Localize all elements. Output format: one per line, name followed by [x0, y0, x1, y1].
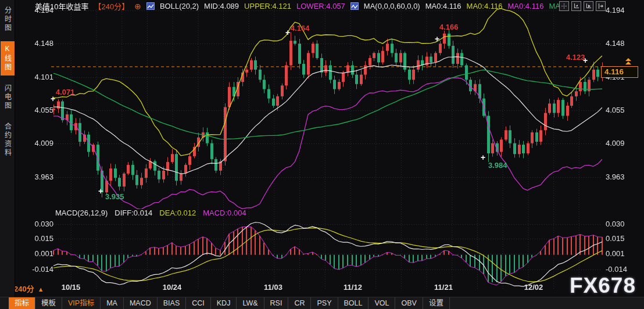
kline-chart-canvas[interactable]: [0, 0, 644, 309]
watermark: FX678: [570, 274, 636, 298]
range-left-icon[interactable]: [571, 1, 581, 11]
last-price-value: 4.116: [604, 67, 624, 76]
range-play-icon[interactable]: [584, 1, 593, 11]
crosshair-tool-icon[interactable]: [559, 1, 569, 11]
chart-app-window: 分时图K线图闪电图合约资料 美债10年收益率 【240分】 ⊕ BOLL(20,…: [0, 0, 644, 309]
y-axis-label-right: 4.055: [606, 106, 641, 115]
price-extreme-label: 4.123: [566, 53, 585, 62]
extreme-cross-marker: +: [481, 153, 485, 162]
toolbar-tab-设置[interactable]: 设置: [423, 297, 450, 309]
toolbar-tab-MACD[interactable]: MACD: [124, 297, 158, 309]
extreme-cross-marker: +: [285, 28, 290, 37]
toolbar-tab-CCI[interactable]: CCI: [186, 297, 211, 309]
price-extreme-label: 3.935: [105, 192, 124, 201]
y-axis-label-left: 0.001: [22, 249, 53, 258]
toolbar-tab-MA[interactable]: MA: [101, 297, 124, 309]
macd-diff-value: DIFF:0.014: [115, 209, 152, 217]
price-extreme-label: 4.166: [439, 23, 459, 31]
boll-lower-value: LOWER:4.057: [296, 2, 345, 10]
toolbar-tab-BIAS[interactable]: BIAS: [158, 297, 187, 309]
toolbar-tab-VIP指标[interactable]: VIP指标: [62, 297, 101, 309]
sidebar-item-kline-chart[interactable]: K线图: [1, 41, 15, 76]
y-axis-label-left: 4.148: [22, 39, 53, 48]
y-axis-label-right: 4.009: [606, 139, 641, 148]
extreme-cross-marker: +: [98, 186, 103, 196]
y-axis-label-left: 0.030: [22, 220, 53, 229]
y-axis-label-left: -0.014: [22, 265, 53, 274]
boll-label: BOLL(20,2): [160, 2, 199, 10]
ma-params-label: MA(0,0,0,60,0,0): [364, 2, 420, 10]
y-axis-label-right: 0.030: [606, 220, 641, 229]
extreme-cross-marker: +: [435, 34, 439, 44]
price-extreme-label: 3.984: [488, 161, 507, 170]
x-axis-date-label: 11/03: [260, 283, 287, 292]
macd-legend: MACD(26,12,9) DIFF:0.014 DEA:0.012 MACD:…: [55, 209, 246, 217]
ma0-white-value: MA0:4.116: [425, 2, 461, 10]
toolbar-tab-PSY[interactable]: PSY: [311, 297, 338, 309]
ma0-yellow-value: MA0:4.116: [467, 2, 503, 10]
triangle-up-icon: ▲: [38, 286, 44, 293]
y-axis-label-right: -0.014: [606, 265, 641, 274]
x-axis-date-label: 10/15: [58, 283, 84, 292]
toolbar-tab-RSI[interactable]: RSI: [264, 297, 289, 309]
add-indicator-icon[interactable]: ⊕: [134, 2, 141, 11]
macd-dea-value: DEA:0.012: [159, 209, 196, 217]
sidebar-item-time-chart[interactable]: 分时图: [1, 3, 15, 36]
indicator-legend: 美债10年收益率 【240分】 ⊕ BOLL(20,2) MID:4.089 U…: [35, 1, 560, 11]
extreme-cross-marker: +: [51, 94, 55, 103]
boll-mid-value: MID:4.089: [204, 2, 239, 10]
toolbar-tab-BOLL[interactable]: BOLL: [338, 297, 369, 309]
toolbar-tab-OBV[interactable]: OBV: [395, 297, 423, 309]
x-axis-date-label: 11/21: [430, 283, 457, 292]
toolbar-tab-VOL[interactable]: VOL: [368, 297, 395, 309]
y-axis-label-left: 4.009: [22, 139, 53, 148]
toolbar-tab-CR[interactable]: CR: [288, 297, 311, 309]
footer-period-label: 240分: [14, 285, 34, 293]
y-axis-label-left: 4.055: [22, 106, 53, 115]
toolbar-tab-KDJ[interactable]: KDJ: [211, 297, 237, 309]
x-axis-date-label: 10/24: [159, 283, 185, 292]
chart-tools: [559, 1, 606, 11]
y-axis-label-right: 0.001: [606, 249, 641, 258]
y-axis-label-right: 0.015: [606, 234, 641, 243]
price-extreme-label: 4.071: [56, 88, 75, 96]
extreme-cross-marker: +: [583, 56, 588, 65]
y-axis-label-right: 3.963: [606, 173, 641, 182]
bottom-toolbar: 指标模板VIP指标MAMACDBIASCCIKDJLW&RSICRPSYBOLL…: [0, 297, 644, 309]
y-axis-label-right: 4.194: [606, 6, 641, 15]
boll-indicator-icon: [146, 2, 155, 10]
ma-indicator-icon: [350, 2, 359, 10]
y-axis-label-right: 4.148: [606, 39, 641, 48]
y-axis-label-left: 3.963: [22, 173, 53, 182]
instrument-title: 美债10年收益率: [35, 1, 88, 12]
shift-right-icon[interactable]: [596, 1, 606, 11]
y-axis-label-left: 0.015: [22, 234, 53, 243]
sidebar-item-flash-chart[interactable]: 闪电图: [1, 81, 15, 114]
last-price-badge: 4.116: [601, 66, 638, 78]
boll-upper-value: UPPER:4.121: [244, 2, 291, 10]
toolbar-tab-LW&[interactable]: LW&: [237, 297, 264, 309]
sidebar-item-contract-info[interactable]: 合约资料: [1, 119, 15, 161]
x-axis-date-label: 11/12: [339, 283, 366, 292]
toolbar-tab-模板[interactable]: 模板: [35, 297, 62, 309]
price-extreme-label: 4.164: [291, 24, 310, 33]
price-up-arrows-icon: [625, 58, 631, 65]
macd-bar-value: MACD:0.004: [203, 209, 246, 217]
period-selector[interactable]: 【240分】: [94, 1, 129, 12]
y-axis-label-left: 4.101: [22, 73, 53, 82]
ma0-magenta-value: MA0:4.116: [508, 2, 544, 10]
toolbar-tab-指标[interactable]: 指标: [9, 297, 35, 309]
footer-period-selector[interactable]: 240分▲: [14, 283, 44, 294]
macd-params-label: MACD(26,12,9): [55, 209, 108, 217]
sidebar: 分时图K线图闪电图合约资料: [0, 0, 15, 297]
x-axis-date-label: 12/02: [520, 283, 547, 292]
